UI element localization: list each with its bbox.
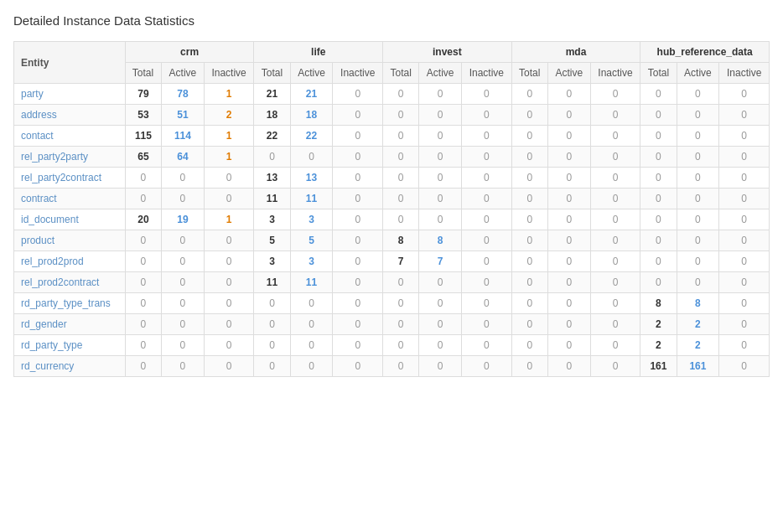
mda-active-cell: 0 [547,84,590,105]
hub_reference_data-active-cell: 2 [677,335,719,356]
invest-total-cell: 0 [383,126,419,147]
entity-name: party [14,84,126,105]
invest-inactive-cell: 0 [462,84,512,105]
crm-inactive-cell: 0 [204,251,254,272]
hub_reference_data-inactive-cell: 0 [719,251,770,272]
table-row: rd_currency0000000000001611610 [14,356,770,377]
invest-total-cell: 0 [383,293,419,314]
invest-total-cell: 0 [383,189,419,209]
life-inactive-cell: 0 [333,335,383,356]
life-inactive-cell: 0 [333,251,383,272]
hub-active-header: Active [677,63,719,84]
life-active-cell: 21 [290,84,333,105]
invest-total-cell: 0 [383,105,419,126]
life-group-header: life [254,42,383,63]
hub_reference_data-active-cell: 0 [677,189,719,209]
entity-name: rd_party_type [14,335,126,356]
crm-total-cell: 53 [125,105,161,126]
group-header-row: Entity crm life invest mda hub_reference… [14,42,770,63]
hub_reference_data-total-cell: 8 [640,293,677,314]
invest-active-cell: 0 [419,272,462,293]
life-total-cell: 21 [254,84,290,105]
crm-active-cell: 0 [162,189,205,209]
invest-inactive-cell: 0 [462,105,512,126]
invest-total-cell: 0 [383,168,419,189]
invest-active-cell: 0 [419,126,462,147]
invest-inactive-cell: 0 [462,168,512,189]
life-inactive-cell: 0 [333,230,383,251]
table-row: rd_party_type_trans000000000000880 [14,293,770,314]
crm-active-cell: 51 [162,105,205,126]
hub_reference_data-total-cell: 0 [640,168,677,189]
hub_reference_data-total-cell: 0 [640,105,677,126]
mda-inactive-cell: 0 [590,189,640,209]
mda-total-cell: 0 [511,209,547,230]
invest-total-cell: 8 [383,230,419,251]
crm-inactive-cell: 1 [204,147,254,168]
mda-inactive-cell: 0 [590,209,640,230]
invest-inactive-cell: 0 [462,251,512,272]
mda-active-cell: 0 [547,272,590,293]
mda-active-header: Active [547,63,590,84]
invest-active-cell: 0 [419,168,462,189]
life-active-cell: 18 [290,105,333,126]
crm-inactive-cell: 0 [204,314,254,335]
table-row: rel_party2party65641000000000000 [14,147,770,168]
crm-inactive-cell: 1 [204,209,254,230]
table-row: rd_gender000000000000220 [14,314,770,335]
hub_reference_data-active-cell: 161 [677,356,719,377]
mda-total-header: Total [511,63,547,84]
mda-inactive-cell: 0 [590,314,640,335]
invest-inactive-cell: 0 [462,230,512,251]
invest-total-cell: 7 [383,251,419,272]
life-total-cell: 13 [254,168,290,189]
mda-total-cell: 0 [511,105,547,126]
entity-name: rel_prod2contract [14,272,126,293]
life-total-cell: 0 [254,356,290,377]
mda-inactive-cell: 0 [590,84,640,105]
life-total-cell: 0 [254,293,290,314]
invest-inactive-cell: 0 [462,356,512,377]
invest-inactive-cell: 0 [462,272,512,293]
mda-total-cell: 0 [511,168,547,189]
mda-total-cell: 0 [511,189,547,209]
life-active-cell: 13 [290,168,333,189]
hub_reference_data-total-cell: 0 [640,251,677,272]
life-total-cell: 3 [254,209,290,230]
entity-name: rel_party2party [14,147,126,168]
invest-active-cell: 8 [419,230,462,251]
mda-total-cell: 0 [511,251,547,272]
mda-active-cell: 0 [547,168,590,189]
life-active-cell: 5 [290,230,333,251]
invest-total-cell: 0 [383,356,419,377]
crm-active-cell: 0 [162,230,205,251]
life-active-cell: 0 [290,293,333,314]
life-inactive-cell: 0 [333,272,383,293]
entity-name: product [14,230,126,251]
invest-active-cell: 0 [419,84,462,105]
hub_reference_data-active-cell: 2 [677,314,719,335]
crm-total-cell: 0 [125,314,161,335]
mda-active-cell: 0 [547,293,590,314]
mda-inactive-cell: 0 [590,251,640,272]
hub_reference_data-inactive-cell: 0 [719,230,770,251]
crm-inactive-header: Inactive [204,63,254,84]
mda-active-cell: 0 [547,147,590,168]
life-total-cell: 3 [254,251,290,272]
table-row: rel_prod2prod000330770000000 [14,251,770,272]
mda-active-cell: 0 [547,189,590,209]
invest-active-cell: 7 [419,251,462,272]
invest-total-header: Total [383,63,419,84]
hub_reference_data-active-cell: 0 [677,168,719,189]
life-total-header: Total [254,63,290,84]
crm-total-cell: 115 [125,126,161,147]
mda-total-cell: 0 [511,314,547,335]
crm-inactive-cell: 0 [204,356,254,377]
invest-inactive-cell: 0 [462,314,512,335]
crm-inactive-cell: 1 [204,126,254,147]
mda-inactive-cell: 0 [590,147,640,168]
crm-total-cell: 0 [125,335,161,356]
crm-inactive-cell: 2 [204,105,254,126]
crm-total-cell: 0 [125,230,161,251]
life-inactive-cell: 0 [333,293,383,314]
